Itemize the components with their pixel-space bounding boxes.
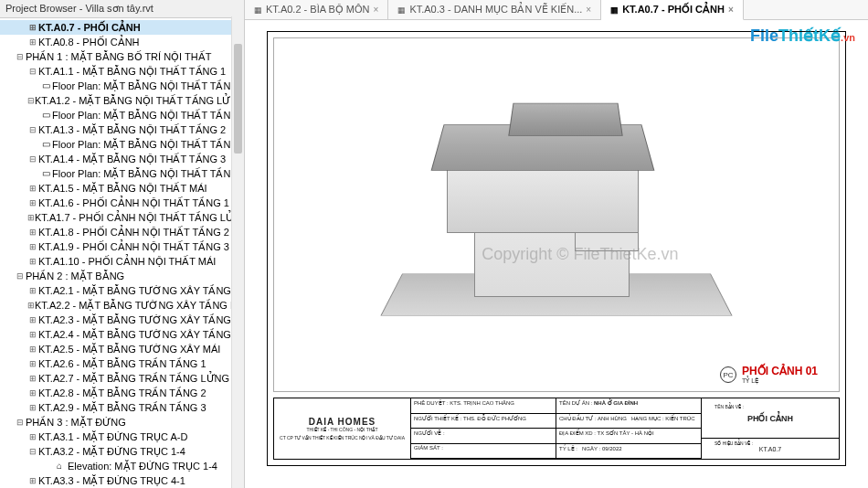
view-tabs: ▦KT.A0.2 - BÌA BỘ MÔN×▦KT.A0.3 - DANH MỤ… — [245, 0, 868, 20]
tree-item-label: KT.A1.5 - MẶT BẰNG NỘI THẤT MÁI — [38, 182, 207, 195]
fp-icon: ▭ — [42, 138, 50, 151]
view-tab[interactable]: ▦KT.A0.2 - BÌA BỘ MÔN× — [245, 0, 388, 19]
tree-item[interactable]: ⊞KT.A2.8 - MẶT BẰNG TRẦN TẦNG 2 — [0, 386, 244, 400]
project-browser-panel: Project Browser - Villa sơn tây.rvt ⊞KT.… — [0, 0, 245, 488]
tree-item-label: KT.A2.3 - MẶT BẰNG TƯỜNG XÂY TẦNG 2 — [38, 313, 239, 326]
fp-icon: ▭ — [42, 109, 50, 122]
expand-icon[interactable]: ⊞ — [27, 211, 35, 224]
fp-icon: ▭ — [42, 167, 50, 180]
tree-item[interactable]: ⊟KT.A1.4 - MẶT BẰNG NỘI THẤT TẦNG 3 — [0, 152, 244, 166]
expand-icon[interactable]: ⊞ — [27, 343, 38, 355]
view-tab[interactable]: ▦KT.A0.3 - DANH MỤC BẢN VẼ KIẾN...× — [388, 0, 601, 19]
expand-icon[interactable]: ⊞ — [27, 299, 35, 312]
project-tree: ⊞KT.A0.7 - PHỐI CẢNH⊞KT.A0.8 - PHỐI CẢNH… — [0, 18, 244, 488]
expand-icon[interactable]: ⊞ — [27, 372, 38, 385]
tree-item-label: Floor Plan: MẶT BẰNG NỘI THẤT TẦNG 2 — [52, 138, 245, 151]
expand-icon[interactable]: ⊞ — [27, 226, 38, 239]
tree-item[interactable]: ⊟KT.A3.2 - MẶT ĐỨNG TRỤC 1-4 — [0, 444, 244, 459]
tree-item-label: KT.A1.6 - PHỐI CẢNH NỘI THẤT TẦNG 1 — [38, 196, 229, 209]
tree-item[interactable]: ⊞KT.A0.8 - PHỐI CẢNH — [0, 35, 244, 49]
tree-item[interactable]: ⊞KT.A2.9 - MẶT BẰNG TRẦN TẦNG 3 — [0, 400, 244, 415]
expand-icon[interactable]: ⊞ — [27, 430, 38, 443]
tree-item[interactable]: ▭Floor Plan: MẶT BẰNG NỘI THẤT TẦNG LỬNG — [0, 108, 244, 122]
expand-icon[interactable]: ⊞ — [27, 36, 38, 48]
expand-icon[interactable]: ⊞ — [27, 255, 38, 268]
titleblock[interactable]: DAIA HOMES THIẾT KẾ - THI CÔNG - NỘI THẤ… — [273, 398, 840, 460]
expand-icon[interactable]: ⊞ — [27, 313, 38, 326]
expand-icon[interactable]: ⊞ — [27, 474, 38, 487]
tree-item[interactable]: ⊟KT.A1.1 - MẶT BẰNG NỘI THẤT TẦNG 1 — [0, 64, 244, 79]
collapse-icon[interactable]: ⊟ — [15, 50, 26, 63]
expand-icon[interactable]: ⊞ — [27, 196, 38, 209]
sheet-frame: PC PHỐI CẢNH 01 TỶ LỆ DAIA HOMES THIẾT K… — [267, 31, 846, 466]
expand-icon[interactable]: ⊞ — [27, 182, 38, 195]
tree-item[interactable]: ▭Floor Plan: MẶT BẰNG NỘI THẤT TẦNG 2 — [0, 137, 244, 152]
tree-item-label: KT.A1.10 - PHỐI CẢNH NỘI THẤT MÁI — [38, 255, 216, 268]
3d-view[interactable] — [273, 37, 840, 392]
tree-item-label: KT.A2.4 - MẶT BẰNG TƯỜNG XÂY TẦNG 3 — [38, 328, 239, 341]
tree-item[interactable]: ⊞KT.A2.3 - MẶT BẰNG TƯỜNG XÂY TẦNG 2 — [0, 313, 244, 327]
expand-icon[interactable]: ⊞ — [27, 401, 38, 414]
tree-item-label: KT.A1.4 - MẶT BẰNG NỘI THẤT TẦNG 3 — [38, 153, 226, 165]
tree-item[interactable]: ⊞KT.A3.1 - MẶT ĐỨNG TRỤC A-D — [0, 430, 244, 444]
tree-item-label: PHẦN 2 : MẶT BẰNG — [26, 270, 124, 282]
collapse-icon[interactable]: ⊟ — [15, 270, 26, 282]
tree-item[interactable]: ⊟KT.A1.3 - MẶT BẰNG NỘI THẤT TẦNG 2 — [0, 122, 244, 137]
expand-icon[interactable]: ⊞ — [27, 387, 38, 399]
collapse-icon[interactable]: ⊟ — [27, 65, 38, 78]
tree-item-label: KT.A1.2 - MẶT BẰNG NỘI THẤT TẦNG LỬNG — [35, 94, 245, 107]
tree-item[interactable]: ⊞KT.A0.7 - PHỐI CẢNH — [0, 20, 244, 35]
tree-item[interactable]: ⊞KT.A1.9 - PHỐI CẢNH NỘI THẤT TẦNG 3 — [0, 239, 244, 254]
building-model-icon — [392, 78, 721, 352]
tree-item[interactable]: ⊞KT.A2.5 - MẶT BẰNG TƯỜNG XÂY MÁI — [0, 342, 244, 356]
tree-item[interactable]: ⊞KT.A2.4 - MẶT BẰNG TƯỜNG XÂY TẦNG 3 — [0, 327, 244, 342]
collapse-icon[interactable]: ⊟ — [27, 153, 38, 165]
tree-item[interactable]: ⊞KT.A1.7 - PHỐI CẢNH NỘI THẤT TẦNG LỬNG — [0, 210, 244, 225]
scrollbar-vertical[interactable] — [231, 16, 244, 488]
collapse-icon[interactable]: ⊟ — [27, 123, 38, 136]
expand-icon[interactable]: ⊞ — [27, 328, 38, 341]
tree-item[interactable]: ⊞KT.A2.2 - MẶT BẰNG TƯỜNG XÂY TẦNG LỬNG — [0, 298, 244, 313]
expand-icon[interactable]: ⊞ — [27, 357, 38, 370]
close-icon[interactable]: × — [586, 5, 591, 15]
tree-item-label: KT.A2.1 - MẶT BẰNG TƯỜNG XÂY TẦNG 1 — [38, 284, 239, 297]
tree-item[interactable]: ⊟PHẦN 1 : MẶT BẰNG BỐ TRÍ NỘI THẤT — [0, 49, 244, 64]
tree-item[interactable]: ⊞KT.A1.10 - PHỐI CẢNH NỘI THẤT MÁI — [0, 254, 244, 269]
titleblock-right: TÊN BẢN VẼ :PHỐI CẢNH SỐ HIỆU BẢN VẼ :KT… — [702, 398, 839, 459]
brand-tagline: THIẾT KẾ - THI CÔNG - NỘI THẤT — [307, 427, 378, 432]
tree-item-label: KT.A3.2 - MẶT ĐỨNG TRỤC 1-4 — [38, 445, 185, 458]
tree-item[interactable]: ⊟PHẦN 3 : MẶT ĐỨNG — [0, 415, 244, 430]
tree-item[interactable]: ⌂Elevation: MẶT ĐỨNG TRỤC 1-4 — [0, 459, 244, 473]
tree-item[interactable]: ⊟PHẦN 2 : MẶT BẰNG — [0, 269, 244, 283]
expand-icon[interactable]: ⊞ — [27, 284, 38, 297]
collapse-icon[interactable]: ⊟ — [15, 416, 26, 429]
expand-icon[interactable]: ⊞ — [27, 240, 38, 253]
view-tab[interactable]: ▦KT.A0.7 - PHỐI CẢNH× — [601, 0, 744, 20]
tree-item[interactable]: ▭Floor Plan: MẶT BẰNG NỘI THẤT TẦNG 1 — [0, 79, 244, 93]
expand-icon[interactable]: ⊞ — [27, 21, 38, 34]
tree-item[interactable]: ⊞KT.A3.3 - MẶT ĐỨNG TRỤC 4-1 — [0, 473, 244, 488]
sheet-icon: ▦ — [397, 5, 406, 15]
close-icon[interactable]: × — [374, 5, 379, 15]
tree-item-label: PHẦN 3 : MẶT ĐỨNG — [26, 416, 126, 429]
tree-item[interactable]: ⊟KT.A1.2 - MẶT BẰNG NỘI THẤT TẦNG LỬNG — [0, 93, 244, 108]
tree-item[interactable]: ⊞KT.A2.7 - MẶT BẰNG TRẦN TẦNG LỬNG — [0, 371, 244, 386]
collapse-icon[interactable]: ⊟ — [27, 445, 38, 458]
sheet-icon: ▦ — [254, 5, 262, 15]
tree-item[interactable]: ⊞KT.A2.1 - MẶT BẰNG TƯỜNG XÂY TẦNG 1 — [0, 283, 244, 298]
collapse-icon[interactable]: ⊟ — [27, 94, 35, 107]
view-title-text: PHỐI CẢNH 01 — [742, 365, 818, 377]
tree-item-label: KT.A3.1 - MẶT ĐỨNG TRỤC A-D — [38, 430, 187, 443]
drawing-canvas[interactable]: PC PHỐI CẢNH 01 TỶ LỆ DAIA HOMES THIẾT K… — [245, 20, 868, 488]
tree-item[interactable]: ⊞KT.A2.6 - MẶT BẰNG TRẦN TẦNG 1 — [0, 356, 244, 371]
view-title-tag[interactable]: PC PHỐI CẢNH 01 TỶ LỆ — [720, 365, 818, 385]
tree-item[interactable]: ⊞KT.A1.6 - PHỐI CẢNH NỘI THẤT TẦNG 1 — [0, 196, 244, 210]
site-logo-overlay: FileThiếtKế.vn — [750, 26, 855, 46]
close-icon[interactable]: × — [728, 5, 734, 15]
tree-item[interactable]: ⊞KT.A1.5 - MẶT BẰNG NỘI THẤT MÁI — [0, 181, 244, 196]
tree-item[interactable]: ⊞KT.A1.8 - PHỐI CẢNH NỘI THẤT TẦNG 2 — [0, 225, 244, 239]
tree-item[interactable]: ▭Floor Plan: MẶT BẰNG NỘI THẤT TẦNG 3 — [0, 166, 244, 181]
tree-item-label: KT.A2.2 - MẶT BẰNG TƯỜNG XÂY TẦNG LỬNG — [35, 299, 245, 312]
tree-item-label: Floor Plan: MẶT BẰNG NỘI THẤT TẦNG LỬNG — [52, 109, 245, 122]
view-bubble: PC — [720, 366, 736, 383]
